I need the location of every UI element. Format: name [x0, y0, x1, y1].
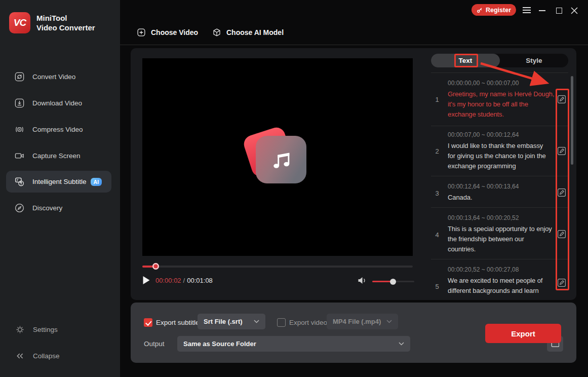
divider [431, 207, 568, 208]
key-icon [477, 7, 483, 13]
subtitle-text[interactable]: We are excited to meet people of differe… [448, 276, 556, 300]
tab-choose-video[interactable]: Choose Video [137, 28, 198, 37]
sidebar-item-label: Collapse [33, 352, 60, 360]
subtitle-index: 2 [433, 147, 441, 155]
volume-slider[interactable] [372, 281, 414, 282]
app-title-line1: MiniTool [36, 13, 95, 23]
video-format-select[interactable]: MP4 File (.mp4) [327, 314, 398, 329]
convert-icon [14, 71, 25, 82]
subtitle-index: 5 [433, 283, 441, 290]
close-button[interactable] [571, 7, 578, 14]
subtitle-index: 4 [433, 231, 441, 239]
ai-badge: AI [91, 178, 102, 186]
sidebar-item-discovery[interactable]: Discovery [0, 197, 120, 219]
sidebar-item-label: Capture Screen [32, 152, 81, 160]
total-time: 00:01:08 [187, 277, 213, 284]
subtitle-text[interactable]: Canada. [448, 193, 556, 203]
app-logo: VC [9, 12, 30, 33]
sidebar-item-download-video[interactable]: Download Video [0, 92, 120, 114]
sidebar-item-settings[interactable]: Settings [0, 319, 120, 340]
time-separator: / [181, 277, 187, 284]
sidebar-item-convert-video[interactable]: Convert Video [0, 66, 120, 88]
tab-label: Choose AI Model [226, 28, 284, 36]
workspace-panel: 00:00:02/00:01:08 Text Style 1 00:00:00,… [131, 48, 576, 300]
edit-icon[interactable] [557, 95, 566, 104]
video-format-value: MP4 File (.mp4) [333, 318, 381, 325]
subtitle-text[interactable]: I would like to thank the embassy for gi… [448, 141, 556, 171]
export-subtitle-checkbox[interactable] [144, 318, 152, 327]
divider [431, 176, 568, 176]
minimize-button[interactable] [539, 10, 545, 11]
sidebar: VC MiniTool Video Converter Convert Vide… [0, 0, 120, 377]
gear-icon [15, 325, 25, 334]
edit-icon[interactable] [557, 278, 566, 287]
register-button[interactable]: Register [472, 4, 516, 16]
subtitle-format-select[interactable]: Srt File (.srt) [198, 314, 265, 329]
chevron-down-icon [386, 320, 392, 323]
current-time: 00:00:02 [155, 277, 181, 284]
edit-icon[interactable] [557, 188, 566, 197]
app-window: VC MiniTool Video Converter Convert Vide… [0, 0, 588, 377]
subtitle-text[interactable]: This is a special opportunity to enjoy t… [448, 224, 556, 254]
media-placeholder [256, 136, 306, 183]
menu-button[interactable] [523, 7, 531, 13]
subtitle-format-value: Srt File (.srt) [204, 318, 243, 325]
register-label: Register [486, 7, 511, 14]
video-preview [142, 58, 413, 256]
plus-square-icon [137, 28, 146, 37]
app-title-line2: Video Converter [36, 23, 95, 32]
subtitle-icon [14, 176, 25, 187]
sidebar-item-intelligent-subtitle[interactable]: Intelligent Subtitle AI [6, 171, 111, 193]
divider [431, 126, 568, 126]
subtitle-timestamp: 00:00:00,00 ~ 00:00:07,00 [448, 80, 519, 87]
app-title: MiniTool Video Converter [36, 13, 95, 32]
seek-bar[interactable] [142, 266, 413, 268]
sidebar-item-label: Settings [33, 326, 58, 333]
download-icon [14, 98, 25, 108]
tab-choose-ai-model[interactable]: Choose AI Model [212, 28, 284, 37]
subtitle-timestamp: 00:00:07,00 ~ 00:00:12,64 [448, 131, 519, 138]
export-button[interactable]: Export [485, 324, 561, 343]
subtitle-timestamp: 00:00:12,64 ~ 00:00:13,64 [448, 183, 519, 190]
scrollbar-thumb[interactable] [571, 76, 573, 165]
subtitle-text[interactable]: Greetings, my name is Hervé Dough, it's … [448, 89, 556, 120]
tab-label: Choose Video [151, 28, 198, 36]
sidebar-item-collapse[interactable]: Collapse [0, 346, 120, 366]
export-bar: Export subtitle Srt File (.srt) Export v… [131, 303, 576, 363]
export-subtitle-label: Export subtitle [156, 319, 200, 326]
discovery-icon [14, 203, 25, 213]
time-display: 00:00:02/00:01:08 [155, 277, 213, 284]
export-video-label: Export video [289, 319, 327, 326]
sidebar-item-label: Convert Video [32, 73, 75, 81]
tab-text[interactable]: Text [431, 54, 500, 67]
subtitle-timestamp: 00:00:20,52 ~ 00:00:27,08 [448, 266, 519, 273]
subtitle-timestamp: 00:00:13,64 ~ 00:00:20,52 [448, 214, 519, 221]
divider [431, 259, 568, 259]
divider [120, 45, 588, 45]
output-folder-select[interactable]: Same as Source Folder [177, 336, 410, 352]
music-note-icon [269, 148, 293, 171]
sidebar-item-compress-video[interactable]: Compress Video [0, 119, 120, 140]
edit-icon[interactable] [557, 230, 566, 239]
speaker-icon[interactable] [358, 276, 367, 285]
sidebar-item-label: Compress Video [32, 126, 83, 133]
chevron-down-icon [399, 342, 404, 346]
play-button[interactable] [142, 276, 150, 285]
export-video-checkbox[interactable] [277, 318, 286, 327]
tab-style[interactable]: Style [500, 54, 568, 67]
maximize-button[interactable] [556, 8, 562, 14]
output-label: Output [144, 340, 165, 348]
subtitle-index: 3 [433, 190, 441, 197]
sidebar-item-capture-screen[interactable]: Capture Screen [0, 145, 120, 167]
sidebar-item-label: Intelligent Subtitle [32, 178, 87, 185]
compress-icon [14, 124, 25, 135]
collapse-icon [15, 351, 25, 361]
cube-icon [212, 28, 221, 37]
capture-icon [14, 150, 25, 161]
subtitle-panel-tabs: Text Style [431, 54, 568, 67]
seek-handle[interactable] [152, 263, 159, 270]
volume-thumb[interactable] [390, 279, 396, 285]
edit-icon[interactable] [557, 146, 566, 156]
output-folder-value: Same as Source Folder [183, 340, 256, 348]
subtitle-index: 1 [433, 96, 441, 103]
